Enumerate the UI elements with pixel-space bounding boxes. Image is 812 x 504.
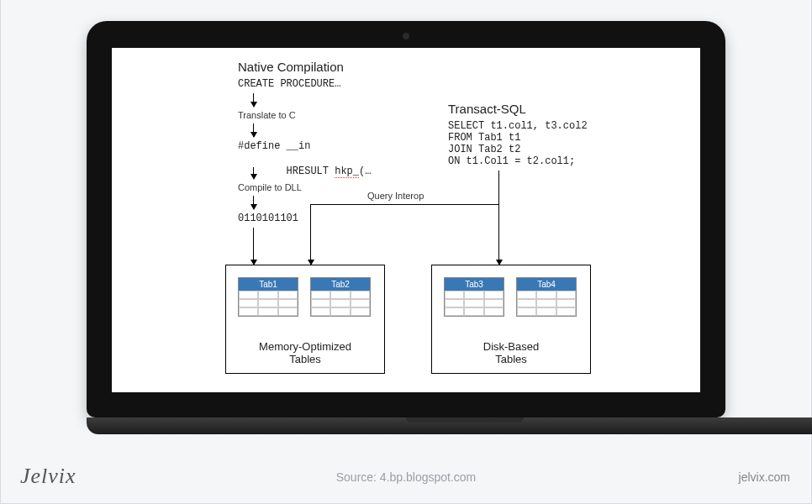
query-interop-label: Query Interop bbox=[364, 191, 427, 201]
interop-horizontal-line bbox=[310, 204, 498, 205]
tab1-rows bbox=[239, 291, 298, 316]
site-link-text: jelvix.com bbox=[739, 470, 790, 484]
tab1-header: Tab1 bbox=[239, 278, 298, 291]
source-attribution: Source: 4.bp.blogspot.com bbox=[336, 470, 477, 484]
hkp-underlined: hkp_ bbox=[335, 165, 359, 178]
memory-optimized-title: Memory-Optimized Tables bbox=[226, 335, 384, 366]
disk-title-line2: Tables bbox=[495, 353, 527, 365]
mem-title-line1: Memory-Optimized bbox=[259, 340, 351, 353]
interop-arrow-to-left-box bbox=[310, 204, 311, 265]
tab1-mini-table: Tab1 bbox=[238, 277, 298, 317]
laptop-screen: Native Compilation CREATE PROCEDURE… Tra… bbox=[112, 48, 700, 392]
tab4-mini-table: Tab4 bbox=[516, 277, 577, 317]
create-procedure-code: CREATE PROCEDURE… bbox=[238, 78, 340, 92]
tab2-header: Tab2 bbox=[311, 278, 370, 291]
laptop-camera bbox=[403, 33, 409, 39]
disk-based-group: Tab3 Tab4 Disk-Based bbox=[431, 265, 591, 374]
translate-to-c-label: Translate to C bbox=[238, 110, 296, 120]
tab3-rows bbox=[445, 291, 504, 316]
laptop-lid: Native Compilation CREATE PROCEDURE… Tra… bbox=[87, 21, 725, 417]
arrow-4 bbox=[253, 196, 254, 209]
compile-to-dll-label: Compile to DLL bbox=[238, 182, 302, 192]
tab3-mini-table: Tab3 bbox=[444, 277, 504, 317]
arrow-into-left-box bbox=[253, 228, 254, 265]
disk-title-line1: Disk-Based bbox=[483, 340, 539, 353]
mem-title-line2: Tables bbox=[289, 353, 321, 365]
hresult-suffix: (… bbox=[359, 165, 371, 177]
arrow-3 bbox=[253, 167, 254, 179]
transact-sql-heading: Transact-SQL bbox=[448, 102, 526, 116]
tab4-rows bbox=[517, 291, 576, 316]
arrow-into-right-box bbox=[498, 204, 499, 265]
hresult-prefix: HRESULT bbox=[287, 165, 335, 177]
laptop-base bbox=[87, 417, 812, 434]
laptop-mockup: Native Compilation CREATE PROCEDURE… Tra… bbox=[87, 21, 725, 434]
arrow-2 bbox=[253, 123, 254, 137]
right-down-segment bbox=[498, 171, 499, 204]
native-compilation-heading: Native Compilation bbox=[238, 60, 344, 74]
brand-logo-text: Jelvix bbox=[20, 464, 76, 489]
binary-code: 0110101101 bbox=[238, 213, 298, 226]
tab2-mini-table: Tab2 bbox=[310, 277, 371, 317]
tab3-header: Tab3 bbox=[445, 278, 504, 291]
disk-based-title: Disk-Based Tables bbox=[432, 335, 590, 366]
arrow-1 bbox=[253, 93, 254, 107]
sql-line-4: ON t1.Col1 = t2.col1; bbox=[448, 155, 575, 169]
memory-optimized-group: Tab1 Tab2 Memory-Optim bbox=[225, 265, 385, 374]
tab2-rows bbox=[311, 291, 370, 316]
tab4-header: Tab4 bbox=[517, 278, 576, 291]
